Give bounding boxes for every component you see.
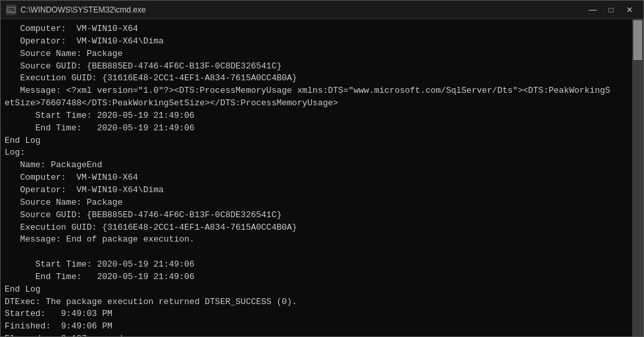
minimize-button[interactable]: — xyxy=(584,3,601,16)
window-controls: — □ ✕ xyxy=(584,3,638,16)
title-bar: C:\WINDOWS\SYSTEM32\cmd.exe — □ ✕ xyxy=(1,1,643,19)
console-output: Computer: VM-WIN10-X64 Operator: VM-WIN1… xyxy=(1,19,632,336)
window-title: C:\WINDOWS\SYSTEM32\cmd.exe xyxy=(20,5,146,14)
maximize-button[interactable]: □ xyxy=(603,3,620,16)
scrollbar[interactable] xyxy=(632,19,643,336)
scrollbar-thumb[interactable] xyxy=(633,20,642,60)
title-bar-left: C:\WINDOWS\SYSTEM32\cmd.exe xyxy=(6,5,146,15)
cmd-window: C:\WINDOWS\SYSTEM32\cmd.exe — □ ✕ Comput… xyxy=(0,0,644,337)
close-button[interactable]: ✕ xyxy=(621,3,638,16)
cmd-icon xyxy=(6,5,16,15)
console-wrapper: Computer: VM-WIN10-X64 Operator: VM-WIN1… xyxy=(1,19,643,336)
